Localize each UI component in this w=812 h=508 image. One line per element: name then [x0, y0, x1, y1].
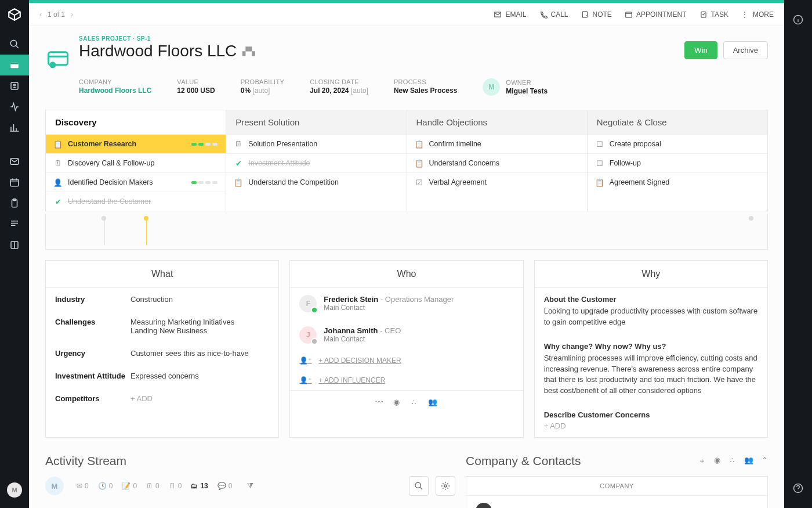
company-value[interactable]: Hardwood Floors LLC [79, 87, 151, 95]
svg-rect-10 [582, 11, 587, 17]
stat-appt[interactable]: 🗓 0 [146, 482, 160, 490]
activity-search-button[interactable] [409, 476, 429, 496]
nav-clipboard-icon[interactable] [0, 193, 29, 214]
task-investment-attitude[interactable]: ✔Investment Attitude [226, 153, 406, 172]
pulse-icon[interactable]: 〰 [375, 398, 383, 406]
task-understand-concerns[interactable]: 📋Understand Concerns [407, 153, 587, 172]
action-appointment[interactable]: APPOINTMENT [625, 10, 687, 19]
check-icon: ✔ [54, 197, 62, 206]
nav-activity-icon[interactable] [0, 96, 29, 117]
what-competitors-add[interactable]: + ADD [130, 394, 269, 403]
action-email[interactable]: EMAIL [494, 10, 526, 19]
nav-calendar-icon[interactable] [0, 172, 29, 193]
owner-avatar[interactable]: M [483, 78, 500, 96]
company-link[interactable]: Hardwood Floors LLC [466, 496, 767, 508]
stat-call[interactable]: 🕓 0 [98, 482, 113, 490]
add-person-icon: 👤⁺ [299, 376, 311, 384]
process-value: New Sales Process [394, 87, 457, 95]
help-icon[interactable] [784, 477, 812, 500]
svg-point-4 [14, 84, 16, 86]
people-icon[interactable]: 👥 [428, 398, 437, 406]
task-followup[interactable]: ☐Follow-up [588, 153, 767, 172]
pager-prev[interactable]: ‹ [39, 10, 42, 19]
why-change[interactable]: Why change? Why now? Why us? Streamlinin… [535, 335, 767, 403]
cc-collapse-icon[interactable]: ⌃ [762, 456, 768, 466]
activity-user-avatar[interactable]: M [45, 477, 64, 495]
cc-people-icon[interactable]: 👥 [744, 456, 753, 466]
stat-email[interactable]: ✉ 0 [77, 482, 89, 490]
top-toolbar: ‹ 1 of 1 › EMAIL CALL NOTE APPOINTMENT T… [29, 3, 784, 26]
record-meta: COMPANY Hardwood Floors LLC VALUE 12 000… [45, 70, 768, 110]
cc-add-icon[interactable]: ＋ [698, 456, 706, 466]
task-customer-research[interactable]: 📋 Customer Research [46, 134, 226, 153]
action-note[interactable]: NOTE [581, 10, 612, 19]
win-button[interactable]: Win [684, 41, 717, 59]
owner-label: OWNER [506, 79, 548, 86]
checkbox-icon: ☐ [596, 140, 604, 148]
add-decision-maker[interactable]: 👤⁺+ ADD DECISION MAKER [290, 351, 523, 370]
svg-rect-2 [10, 63, 19, 64]
what-investment[interactable]: Expressed concerns [130, 372, 269, 380]
stat-items[interactable]: 🗂 13 [191, 482, 208, 490]
action-task[interactable]: TASK [699, 10, 728, 19]
why-concerns[interactable]: Describe Customer Concerns + ADD [535, 403, 767, 437]
company-card: COMPANY Hardwood Floors LLC [466, 476, 768, 508]
activity-title: Activity Stream [45, 454, 126, 468]
org-icon[interactable]: ⛬ [410, 398, 418, 406]
nav-panel-icon[interactable] [0, 235, 29, 255]
clipboard-icon: 📋 [415, 159, 423, 167]
check-icon: ✔ [234, 159, 242, 167]
what-challenges[interactable]: Measuring Marketing InitiativesLanding N… [130, 318, 269, 335]
nav-reports-icon[interactable] [0, 117, 29, 138]
cc-compass-icon[interactable]: ◉ [714, 456, 720, 466]
layout-icon[interactable]: ▞▚ [242, 46, 255, 56]
search-icon[interactable] [0, 34, 29, 55]
archive-button[interactable]: Archive [723, 41, 768, 59]
action-call[interactable]: CALL [539, 10, 568, 19]
info-icon[interactable] [784, 8, 812, 31]
task-discovery-call[interactable]: 🗓Discovery Call & Follow-up [46, 153, 226, 172]
task-create-proposal[interactable]: ☐Create proposal [588, 134, 767, 153]
filter-icon[interactable]: ⧩ [247, 481, 253, 491]
nav-mail-icon[interactable] [0, 151, 29, 172]
record-type-icon: $ [45, 45, 71, 70]
stage-negotiate-close[interactable]: Negotiate & Close ☐Create proposal ☐Foll… [588, 110, 767, 211]
task-decision-makers[interactable]: 👤Identified Decision Makers [46, 172, 226, 192]
cc-org-icon[interactable]: ⛬ [728, 456, 736, 466]
task-solution-presentation[interactable]: 🗓Solution Presentation [226, 134, 406, 153]
why-card: Why About the Customer Looking to upgrad… [534, 260, 768, 438]
stat-task[interactable]: 🗒 0 [169, 482, 182, 490]
task-understand-customer[interactable]: ✔Understand the Customer [46, 192, 226, 211]
stat-note[interactable]: 📝 0 [122, 482, 137, 490]
task-agreement-signed[interactable]: 📋Agreement Signed [588, 172, 767, 192]
nav-projects-icon[interactable] [0, 55, 29, 75]
compass-icon[interactable]: ◉ [393, 398, 400, 406]
pager-next[interactable]: › [71, 10, 73, 19]
record-pager: ‹ 1 of 1 › [39, 10, 73, 19]
add-influencer[interactable]: 👤⁺+ ADD INFLUENCER [290, 370, 523, 390]
stat-chat[interactable]: 💬 0 [217, 482, 233, 490]
contact-row[interactable]: F Frederick Stein - Operations Manager M… [290, 288, 523, 319]
action-more[interactable]: ⋮MORE [741, 10, 774, 19]
task-verbal-agreement[interactable]: ☑Verbal Agreement [407, 172, 587, 192]
why-title: Why [535, 261, 767, 288]
task-understand-competition[interactable]: 📋Understand the Competition [226, 172, 406, 192]
right-info-rail [784, 0, 812, 508]
app-logo[interactable] [6, 6, 23, 23]
stage-handle-objections[interactable]: Handle Objections 📋Confirm timeline 📋Und… [407, 110, 588, 211]
contact-row[interactable]: J Johanna Smith - CEO Main Contact [290, 319, 523, 351]
calendar-icon: 🗓 [54, 159, 62, 167]
activity-settings-button[interactable] [436, 476, 455, 496]
nav-contacts-icon[interactable] [0, 75, 29, 96]
stage-present-solution[interactable]: Present Solution 🗓Solution Presentation … [226, 110, 407, 211]
why-about[interactable]: About the Customer Looking to upgrade pr… [535, 288, 767, 335]
task-confirm-timeline[interactable]: 📋Confirm timeline [407, 134, 587, 153]
what-urgency[interactable]: Customer sees this as nice-to-have [130, 349, 269, 358]
task-progress [191, 143, 217, 146]
what-industry[interactable]: Construction [130, 295, 269, 304]
nav-feed-icon[interactable] [0, 214, 29, 235]
svg-point-16 [415, 482, 420, 488]
stage-discovery[interactable]: Discovery 📋 Customer Research 🗓Discovery… [46, 110, 226, 211]
record-eyebrow: SALES PROJECT · SP-1 [79, 35, 676, 42]
current-user-avatar[interactable]: M [7, 482, 22, 498]
